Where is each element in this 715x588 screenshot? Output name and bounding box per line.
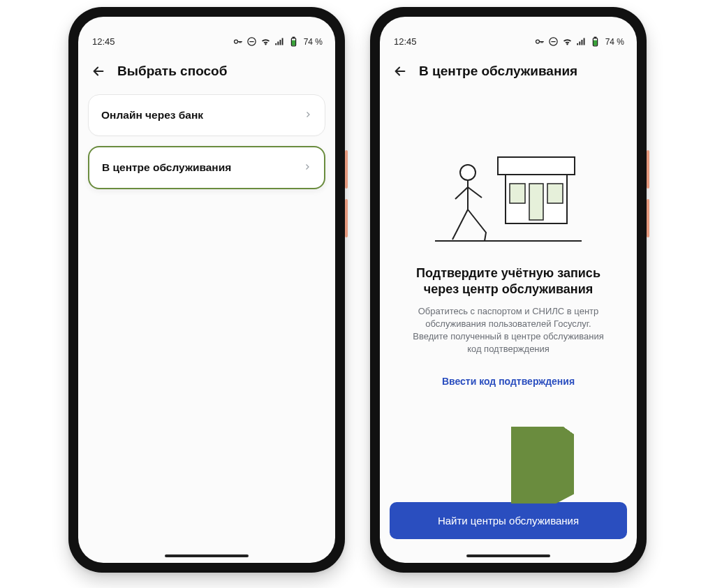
status-time: 12:45 xyxy=(92,36,115,47)
battery-percent: 74 % xyxy=(605,37,624,47)
page-title: В центре обслуживания xyxy=(419,64,577,79)
app-bar: Выбрать способ xyxy=(78,50,335,90)
svg-point-16 xyxy=(460,165,476,180)
chevron-right-icon xyxy=(303,161,311,174)
screen-service-center: 12:45 74 % В центре обслуживания xyxy=(380,17,637,563)
option-service-center[interactable]: В центре обслуживания xyxy=(88,146,325,189)
svg-rect-14 xyxy=(547,184,563,203)
status-time: 12:45 xyxy=(394,36,417,47)
screen-choose-method: 12:45 74 % Выбрать способ Онлайн через б… xyxy=(78,17,335,563)
option-online-bank[interactable]: Онлайн через банк xyxy=(88,94,325,136)
illustration-walk-to-center xyxy=(432,143,585,251)
arrow-left-icon xyxy=(392,64,408,79)
svg-rect-13 xyxy=(529,184,543,220)
home-indicator[interactable] xyxy=(165,554,249,557)
vpn-key-icon xyxy=(233,36,243,47)
status-icons: 74 % xyxy=(534,36,624,47)
svg-rect-8 xyxy=(594,37,596,38)
signal-icon xyxy=(576,36,587,47)
message-body-line1: Обратитесь с паспортом и СНИЛС в центр о… xyxy=(418,306,599,329)
message-body-line2: Введите полученный в центре обслуживания… xyxy=(413,331,603,354)
svg-rect-9 xyxy=(594,41,597,46)
svg-rect-10 xyxy=(498,157,575,175)
battery-percent: 74 % xyxy=(304,37,323,47)
status-bar: 12:45 74 % xyxy=(380,17,637,50)
message-title: Подтвердите учётную запись через центр о… xyxy=(390,251,627,305)
svg-point-0 xyxy=(234,40,237,43)
dnd-icon xyxy=(548,36,559,47)
svg-rect-3 xyxy=(293,37,295,38)
wifi-icon xyxy=(562,36,573,47)
home-indicator[interactable] xyxy=(466,554,550,557)
wifi-icon xyxy=(260,36,271,47)
status-bar: 12:45 74 % xyxy=(78,17,335,50)
vpn-key-icon xyxy=(534,36,545,47)
phone-mockup-left: 12:45 74 % Выбрать способ Онлайн через б… xyxy=(68,7,345,573)
page-title: Выбрать способ xyxy=(117,64,227,79)
find-centers-button[interactable]: Найти центры обслуживания xyxy=(390,502,627,539)
chevron-right-icon xyxy=(304,109,312,122)
svg-point-5 xyxy=(536,40,539,43)
message-body: Обратитесь с паспортом и СНИЛС в центр о… xyxy=(390,305,627,356)
phone-mockup-right: 12:45 74 % В центре обслуживания xyxy=(370,7,647,573)
app-bar: В центре обслуживания xyxy=(380,50,637,90)
signal-icon xyxy=(274,36,285,47)
option-label: В центре обслуживания xyxy=(102,161,231,174)
option-label: Онлайн через банк xyxy=(101,109,203,122)
svg-rect-12 xyxy=(510,184,525,203)
back-button[interactable] xyxy=(391,62,409,80)
status-icons: 74 % xyxy=(233,36,323,47)
battery-icon xyxy=(288,36,299,47)
svg-rect-4 xyxy=(292,41,295,46)
back-button[interactable] xyxy=(89,62,108,80)
arrow-left-icon xyxy=(91,64,106,79)
enter-code-link[interactable]: Ввести код подтверждения xyxy=(390,376,627,387)
battery-icon xyxy=(590,36,600,47)
dnd-icon xyxy=(246,36,257,47)
